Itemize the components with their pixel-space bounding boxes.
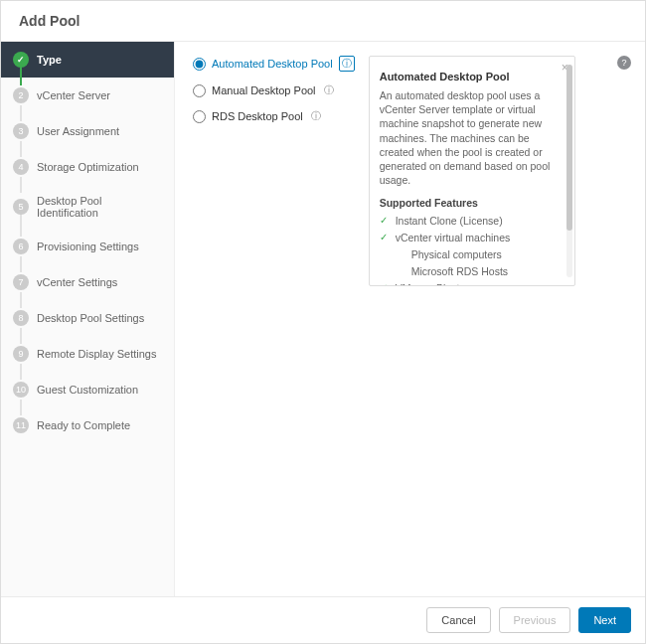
step-badge: 11 (13, 417, 29, 433)
step-label: Type (37, 54, 62, 66)
step-label: Ready to Complete (37, 419, 130, 431)
dialog-footer: Cancel Previous Next (1, 596, 645, 643)
wizard-step[interactable]: 5Desktop Pool Identification (1, 185, 174, 229)
content-area: ? Automated Desktop PoolⓘManual Desktop … (175, 42, 645, 596)
previous-button: Previous (499, 607, 571, 633)
step-badge: 9 (13, 346, 29, 362)
step-label: Guest Customization (37, 384, 138, 396)
step-label: Desktop Pool Settings (37, 312, 144, 324)
wizard-step[interactable]: 10Guest Customization (1, 372, 174, 407)
pool-type-radio[interactable] (193, 58, 206, 71)
step-badge: 8 (13, 310, 29, 326)
details-description: An automated desktop pool uses a vCenter… (380, 88, 555, 187)
next-button[interactable]: Next (578, 607, 631, 633)
feature-item: Physical computers (380, 248, 555, 260)
pool-type-option[interactable]: Automated Desktop Poolⓘ (193, 56, 355, 72)
wizard-step[interactable]: 8Desktop Pool Settings (1, 300, 174, 336)
feature-list: ✓Instant Clone (License)✓vCenter virtual… (380, 215, 555, 286)
feature-label: VMware Blast (396, 282, 460, 286)
feature-label: Physical computers (411, 248, 502, 260)
pool-type-options: Automated Desktop PoolⓘManual Desktop Po… (193, 56, 355, 582)
help-icon[interactable]: ? (617, 56, 631, 70)
dialog-title: Add Pool (19, 13, 80, 29)
step-label: Remote Display Settings (37, 348, 156, 360)
step-badge: ✓ (13, 52, 29, 68)
feature-label: Instant Clone (License) (396, 215, 503, 227)
feature-item: Microsoft RDS Hosts (380, 265, 555, 277)
details-title: Automated Desktop Pool (380, 71, 555, 82)
pool-type-option[interactable]: RDS Desktop Poolⓘ (193, 109, 355, 123)
step-label: User Assignment (37, 125, 119, 137)
feature-item: ✓Instant Clone (License) (380, 215, 555, 227)
step-badge: 6 (13, 239, 29, 254)
pool-type-radio[interactable] (193, 84, 206, 97)
feature-item: ✓vCenter virtual machines (380, 232, 555, 243)
wizard-step[interactable]: 11Ready to Complete (1, 407, 174, 443)
feature-item: ✓VMware Blast (380, 282, 555, 286)
details-scrollbar[interactable] (566, 65, 572, 277)
step-badge: 4 (13, 159, 29, 175)
info-icon[interactable]: ⓘ (309, 109, 323, 123)
supported-features-heading: Supported Features (380, 197, 555, 209)
pool-type-radio[interactable] (193, 110, 206, 123)
step-label: Storage Optimization (37, 161, 139, 173)
wizard-step[interactable]: 4Storage Optimization (1, 149, 174, 185)
wizard-step[interactable]: 7vCenter Settings (1, 264, 174, 300)
step-badge: 2 (13, 87, 29, 103)
feature-label: Microsoft RDS Hosts (411, 265, 508, 277)
dialog-header: Add Pool (1, 1, 645, 42)
step-label: Provisioning Settings (37, 241, 139, 252)
check-icon: ✓ (380, 232, 390, 243)
check-icon: ✓ (380, 282, 390, 286)
pool-type-label: Automated Desktop Pool (212, 58, 333, 70)
wizard-step[interactable]: 2vCenter Server (1, 78, 174, 113)
pool-type-details-panel: × Automated Desktop Pool An automated de… (369, 56, 575, 286)
cancel-button[interactable]: Cancel (426, 607, 490, 633)
step-label: vCenter Server (37, 89, 110, 101)
feature-label: vCenter virtual machines (396, 232, 511, 243)
pool-type-label: Manual Desktop Pool (212, 84, 316, 96)
step-badge: 5 (13, 199, 29, 215)
dialog-body: ✓Type2vCenter Server3User Assignment4Sto… (1, 42, 645, 596)
wizard-step[interactable]: ✓Type (1, 42, 174, 78)
pool-type-label: RDS Desktop Pool (212, 110, 303, 122)
wizard-step[interactable]: 6Provisioning Settings (1, 229, 174, 264)
wizard-step[interactable]: 3User Assignment (1, 113, 174, 149)
step-label: Desktop Pool Identification (37, 195, 162, 219)
scrollbar-thumb[interactable] (566, 65, 572, 231)
check-icon: ✓ (380, 215, 390, 227)
step-label: vCenter Settings (37, 276, 117, 288)
wizard-steps-sidebar: ✓Type2vCenter Server3User Assignment4Sto… (1, 42, 175, 596)
step-badge: 3 (13, 123, 29, 139)
step-badge: 7 (13, 274, 29, 290)
info-icon[interactable]: ⓘ (322, 83, 336, 97)
step-badge: 10 (13, 382, 29, 398)
info-icon[interactable]: ⓘ (339, 56, 355, 72)
pool-type-option[interactable]: Manual Desktop Poolⓘ (193, 83, 355, 97)
wizard-step[interactable]: 9Remote Display Settings (1, 336, 174, 372)
